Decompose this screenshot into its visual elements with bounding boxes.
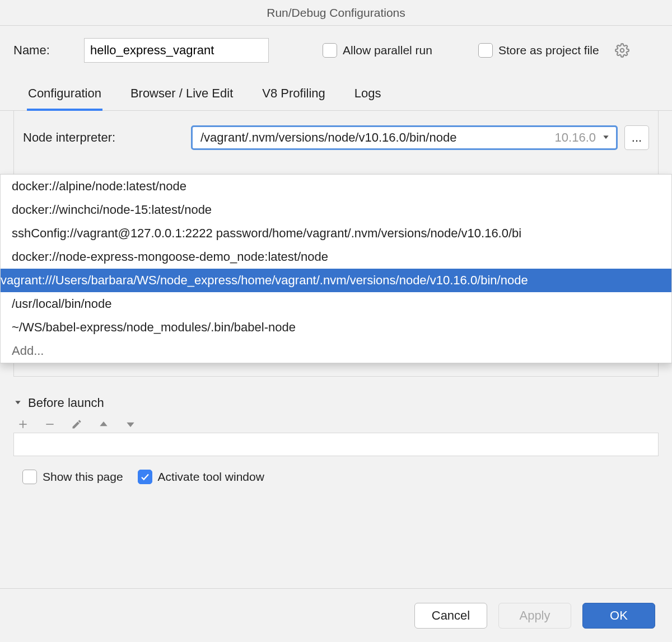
- add-icon[interactable]: [17, 418, 29, 430]
- dialog-title: Run/Debug Configurations: [0, 0, 672, 26]
- chevron-down-icon: [13, 396, 22, 410]
- config-name-input[interactable]: [84, 38, 269, 63]
- tab-v8-profiling[interactable]: V8 Profiling: [261, 86, 326, 111]
- name-label: Name:: [13, 43, 68, 58]
- browse-button[interactable]: ...: [624, 125, 649, 150]
- dropdown-item[interactable]: docker://alpine/node:latest/node: [1, 175, 671, 198]
- dropdown-item[interactable]: ~/WS/babel-express/node_modules/.bin/bab…: [1, 316, 671, 339]
- activate-tool-window-checkbox-wrap[interactable]: Activate tool window: [138, 470, 264, 484]
- dropdown-item-selected[interactable]: vagrant:///Users/barbara/WS/node_express…: [1, 269, 671, 292]
- ok-button[interactable]: OK: [582, 603, 655, 629]
- node-interpreter-version: 10.16.0: [555, 130, 596, 145]
- name-row: Name: Allow parallel run Store as projec…: [0, 26, 672, 63]
- store-project-file-label: Store as project file: [498, 44, 599, 57]
- tabs: Configuration Browser / Live Edit V8 Pro…: [0, 63, 672, 111]
- move-down-icon[interactable]: [124, 418, 137, 430]
- dropdown-item[interactable]: docker://winchci/node-15:latest/node: [1, 198, 671, 222]
- svg-point-0: [620, 49, 624, 53]
- store-project-file-checkbox[interactable]: [478, 43, 493, 58]
- node-interpreter-row: Node interpreter: /vagrant/.nvm/versions…: [14, 121, 658, 154]
- gear-icon[interactable]: [615, 43, 629, 58]
- activate-tool-window-checkbox[interactable]: [138, 470, 152, 484]
- dropdown-item[interactable]: sshConfig://vagrant@127.0.0.1:2222 passw…: [1, 222, 671, 245]
- apply-button: Apply: [498, 603, 571, 629]
- before-launch-label: Before launch: [28, 396, 104, 410]
- chevron-down-icon: [601, 130, 610, 145]
- node-interpreter-value: /vagrant/.nvm/versions/node/v10.16.0/bin…: [200, 130, 546, 145]
- edit-icon[interactable]: [71, 418, 83, 430]
- before-launch-list[interactable]: [13, 433, 659, 456]
- button-bar: Cancel Apply OK: [0, 588, 672, 642]
- node-interpreter-label: Node interpreter:: [23, 130, 191, 145]
- show-this-page-checkbox-wrap[interactable]: Show this page: [22, 470, 123, 484]
- dropdown-add-item[interactable]: Add...: [1, 339, 671, 363]
- cancel-button[interactable]: Cancel: [414, 603, 487, 629]
- activate-tool-window-label: Activate tool window: [158, 470, 264, 484]
- svg-marker-2: [15, 401, 20, 404]
- tab-browser-live-edit[interactable]: Browser / Live Edit: [129, 86, 234, 111]
- remove-icon[interactable]: [44, 418, 56, 430]
- before-launch-header[interactable]: Before launch: [13, 396, 659, 410]
- node-interpreter-dropdown: docker://alpine/node:latest/node docker:…: [0, 174, 672, 363]
- before-launch-toolbar: [13, 416, 659, 433]
- dropdown-item[interactable]: /usr/local/bin/node: [1, 292, 671, 316]
- tab-logs[interactable]: Logs: [353, 86, 382, 111]
- allow-parallel-run-checkbox-wrap[interactable]: Allow parallel run: [323, 43, 432, 58]
- tab-configuration[interactable]: Configuration: [27, 86, 102, 111]
- allow-parallel-run-checkbox[interactable]: [323, 43, 337, 58]
- svg-marker-7: [127, 423, 134, 427]
- allow-parallel-run-label: Allow parallel run: [343, 44, 432, 57]
- move-up-icon[interactable]: [97, 418, 110, 430]
- svg-marker-6: [100, 421, 107, 426]
- before-launch-section: Before launch: [13, 396, 659, 456]
- dropdown-item[interactable]: docker://node-express-mongoose-demo_node…: [1, 245, 671, 269]
- options-row: Show this page Activate tool window: [22, 470, 659, 484]
- run-debug-config-dialog: Run/Debug Configurations Name: Allow par…: [0, 0, 672, 642]
- node-interpreter-select[interactable]: /vagrant/.nvm/versions/node/v10.16.0/bin…: [191, 125, 618, 150]
- svg-marker-1: [603, 135, 608, 139]
- show-this-page-label: Show this page: [43, 470, 123, 484]
- store-project-file-checkbox-wrap[interactable]: Store as project file: [478, 43, 599, 58]
- show-this-page-checkbox[interactable]: [22, 470, 37, 484]
